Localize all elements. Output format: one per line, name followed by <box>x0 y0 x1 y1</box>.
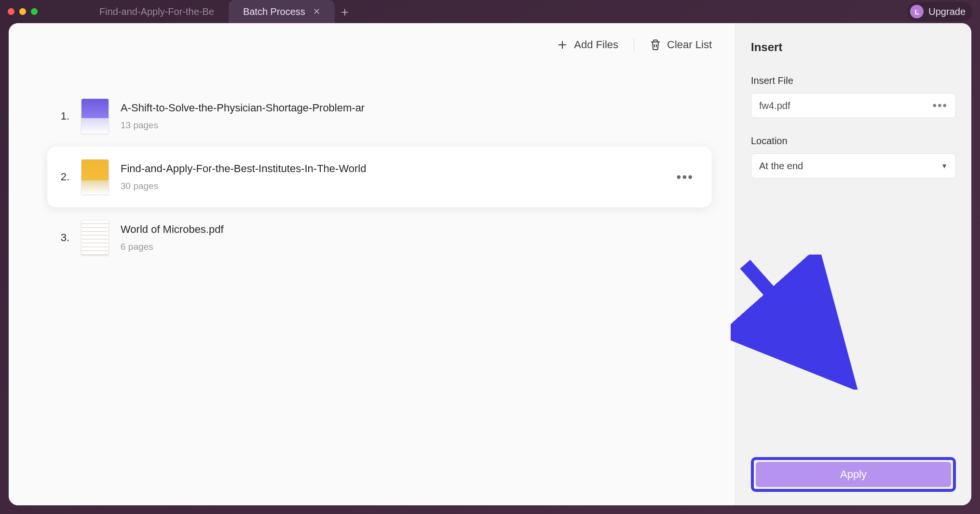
file-thumbnail <box>81 98 109 134</box>
file-title: Find-and-Apply-For-the-Best-Institutes-I… <box>121 162 661 175</box>
upgrade-label: Upgrade <box>928 6 966 17</box>
file-index: 3. <box>52 231 69 244</box>
file-title: A-Shift-to-Solve-the-Physician-Shortage-… <box>121 102 697 114</box>
tab-bar: Find-and-Apply-For-the-Be Batch Process … <box>85 0 903 23</box>
file-index: 1. <box>52 110 69 122</box>
more-icon: ••• <box>933 99 948 112</box>
location-label: Location <box>751 135 956 147</box>
file-pages: 6 pages <box>121 242 697 252</box>
file-thumbnail <box>81 159 109 195</box>
insert-panel: Insert Insert File fw4.pdf ••• Location … <box>735 23 971 505</box>
app-window: Add Files Clear List 1.A-Shift-to-Solve-… <box>9 23 971 505</box>
file-pages: 13 pages <box>121 120 697 131</box>
file-index: 2. <box>52 171 69 183</box>
file-list-area: Add Files Clear List 1.A-Shift-to-Solve-… <box>9 23 735 505</box>
apply-button[interactable]: Apply <box>756 462 951 487</box>
file-row[interactable]: 1.A-Shift-to-Solve-the-Physician-Shortag… <box>47 86 712 147</box>
chevron-down-icon: ▼ <box>941 162 948 170</box>
close-window-button[interactable] <box>8 8 14 15</box>
file-row[interactable]: 3.World of Microbes.pdf6 pages <box>47 207 712 268</box>
file-thumbnail <box>81 220 109 256</box>
titlebar: Find-and-Apply-For-the-Be Batch Process … <box>0 0 980 23</box>
tab-title: Batch Process <box>243 6 305 17</box>
file-meta: Find-and-Apply-For-the-Best-Institutes-I… <box>121 162 661 191</box>
insert-file-value: fw4.pdf <box>759 100 790 111</box>
insert-file-label: Insert File <box>751 75 956 86</box>
file-meta: A-Shift-to-Solve-the-Physician-Shortage-… <box>121 102 697 131</box>
window-controls <box>8 8 38 15</box>
location-value: At the end <box>759 161 803 172</box>
minimize-window-button[interactable] <box>19 8 26 15</box>
new-tab-button[interactable]: ＋ <box>335 0 355 23</box>
tab-batch-process[interactable]: Batch Process ✕ <box>229 0 335 23</box>
add-files-label: Add Files <box>574 39 618 51</box>
panel-title: Insert <box>751 41 956 54</box>
clear-list-label: Clear List <box>667 39 712 51</box>
add-files-button[interactable]: Add Files <box>557 39 618 51</box>
tab-title: Find-and-Apply-For-the-Be <box>99 6 214 17</box>
maximize-window-button[interactable] <box>31 8 38 15</box>
file-more-button[interactable]: ••• <box>673 169 697 185</box>
apply-label: Apply <box>840 468 867 481</box>
file-row[interactable]: 2.Find-and-Apply-For-the-Best-Institutes… <box>47 147 712 207</box>
avatar: L <box>910 5 924 18</box>
upgrade-button[interactable]: L Upgrade <box>907 2 972 21</box>
location-select[interactable]: At the end ▼ <box>751 153 956 178</box>
list-toolbar: Add Files Clear List <box>9 23 735 67</box>
file-pages: 30 pages <box>121 181 661 191</box>
separator <box>634 39 634 51</box>
tab-find-and-apply[interactable]: Find-and-Apply-For-the-Be <box>85 0 229 23</box>
file-title: World of Microbes.pdf <box>121 223 697 236</box>
apply-highlight-ring: Apply <box>751 457 956 492</box>
svg-line-4 <box>745 264 822 351</box>
file-list: 1.A-Shift-to-Solve-the-Physician-Shortag… <box>9 67 735 268</box>
insert-file-picker[interactable]: fw4.pdf ••• <box>751 93 956 118</box>
trash-icon <box>650 39 661 51</box>
clear-list-button[interactable]: Clear List <box>650 39 712 51</box>
close-tab-button[interactable]: ✕ <box>313 6 320 17</box>
file-meta: World of Microbes.pdf6 pages <box>121 223 697 252</box>
annotation-arrow <box>731 255 885 390</box>
plus-icon <box>557 39 568 51</box>
plus-icon: ＋ <box>339 3 351 20</box>
